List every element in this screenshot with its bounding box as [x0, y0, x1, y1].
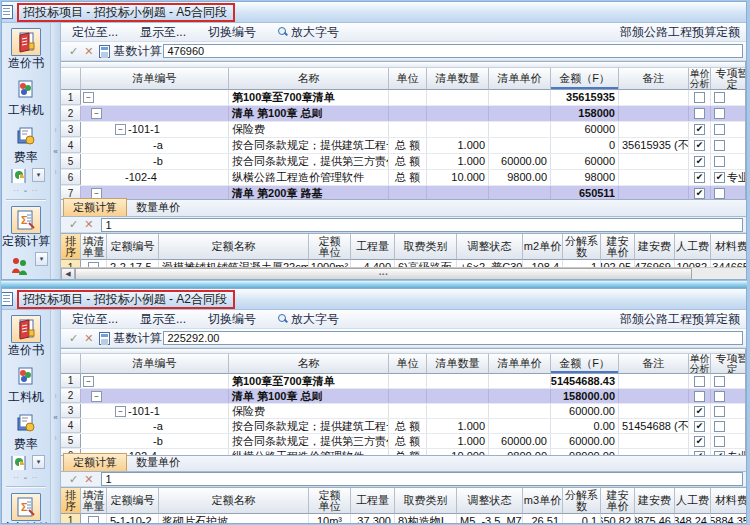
quota-column-header-1[interactable]: 填清 单量: [81, 234, 107, 260]
quota-column-header-4[interactable]: 定额 单位: [309, 234, 351, 260]
table-row[interactable]: 2−清单 第100章 总则158000.00: [61, 389, 745, 404]
sidebar-item-造价书[interactable]: 造价书: [8, 28, 44, 70]
price-analysis-checkbox[interactable]: ✔: [694, 421, 705, 432]
sidebar-item-工料机[interactable]: 工料机: [8, 362, 44, 404]
locate-button[interactable]: 定位至...: [61, 311, 129, 328]
cancel-icon[interactable]: ✕: [82, 473, 99, 486]
sidebar-item-工料机[interactable]: 工料机: [8, 75, 44, 117]
table-row[interactable]: 1−第100章至700章清单35615935: [61, 90, 745, 106]
quota-column-header-11[interactable]: 建安费: [635, 234, 675, 260]
price-analysis-checkbox[interactable]: [694, 376, 705, 387]
special-checkbox[interactable]: [714, 421, 725, 432]
quota-column-header-0[interactable]: 排 序: [61, 488, 81, 514]
horizontal-scrollbar[interactable]: ◀ ▪▪▪: [61, 267, 746, 280]
quota-column-header-10[interactable]: 建安 单价: [601, 234, 635, 260]
base-calc-input[interactable]: 225292.00: [163, 331, 743, 345]
column-header-unit[interactable]: 单位: [389, 354, 427, 374]
tree-collapse-icon[interactable]: −: [91, 108, 102, 119]
confirm-icon[interactable]: ✓: [61, 473, 82, 486]
quota-column-header-2[interactable]: 定额编号: [107, 488, 159, 514]
collapse-left-icon[interactable]: «: [53, 147, 57, 156]
sidebar-item-费率[interactable]: 费率: [11, 409, 41, 451]
sidebar-item-share[interactable]: ▾: [7, 455, 45, 471]
show-to-button[interactable]: 显示至...: [129, 24, 197, 41]
zoom-font-button[interactable]: 放大字号: [267, 24, 350, 41]
quota-column-header-4[interactable]: 定额 单位: [309, 488, 351, 514]
column-header-special[interactable]: 专项暂定: [711, 354, 746, 374]
sidebar-item-造价书[interactable]: 造价书: [8, 315, 44, 357]
column-header-note[interactable]: 备注: [619, 354, 689, 374]
window-splitter[interactable]: [1, 280, 747, 288]
quota-column-header-6[interactable]: 取费类别: [395, 488, 457, 514]
quota-column-header-7[interactable]: 调整状态: [457, 488, 523, 514]
table-row[interactable]: 1−第100章至700章清单51454688.43: [61, 374, 745, 389]
sidebar-item-quota-calc[interactable]: Σ定额计算: [2, 493, 50, 524]
quota-column-header-6[interactable]: 取费类别: [395, 234, 457, 260]
special-checkbox[interactable]: [714, 108, 725, 119]
tree-collapse-icon[interactable]: −: [83, 376, 94, 387]
price-analysis-checkbox[interactable]: [694, 391, 705, 402]
base-calc-input[interactable]: 476960: [163, 44, 743, 58]
special-checkbox[interactable]: [714, 124, 725, 135]
quota-column-header-9[interactable]: 分解系数: [563, 234, 601, 260]
price-analysis-checkbox[interactable]: ✔: [694, 172, 705, 183]
special-checkbox[interactable]: [714, 156, 725, 167]
special-checkbox[interactable]: [714, 406, 725, 417]
column-header-qty[interactable]: 清单数量: [427, 68, 489, 90]
row-number-header[interactable]: [61, 68, 81, 90]
quota-column-header-11[interactable]: 建安费: [635, 488, 675, 514]
cancel-icon[interactable]: ✕: [82, 45, 99, 58]
tree-collapse-icon[interactable]: −: [91, 391, 102, 402]
price-analysis-checkbox[interactable]: ✔: [694, 188, 705, 199]
quota-column-header-12[interactable]: 人工费: [675, 234, 711, 260]
cancel-icon[interactable]: ✕: [82, 332, 99, 345]
collapse-splitter[interactable]: ⁞ « ⁞: [51, 310, 61, 524]
column-header-name[interactable]: 名称: [229, 68, 389, 90]
column-header-price[interactable]: 清单单价: [489, 68, 551, 90]
locate-button[interactable]: 定位至...: [61, 24, 129, 41]
tab-qty-price[interactable]: 数量单价: [127, 199, 189, 216]
scroll-track[interactable]: ▪▪▪: [75, 268, 746, 280]
quota-row[interactable]: 15-1-10-2浆砌片石护坡10m³37.3008)构造物ⅠM5, -3.5,…: [61, 514, 746, 524]
column-header-analysis[interactable]: 单价 分析: [689, 354, 711, 374]
confirm-icon[interactable]: ✓: [61, 218, 82, 231]
zoom-font-button[interactable]: 放大字号: [267, 311, 350, 328]
titlebar-a5[interactable]: 招投标项目 - 招投标小例题 - A5合同段: [2, 2, 746, 23]
column-header-price[interactable]: 清单单价: [489, 354, 551, 374]
quota-column-header-8[interactable]: m3单价: [523, 488, 563, 514]
tree-collapse-icon[interactable]: −: [115, 124, 126, 135]
price-analysis-checkbox[interactable]: ✔: [694, 124, 705, 135]
row-number-header[interactable]: [61, 354, 81, 374]
quota-column-header-5[interactable]: 工程量: [351, 488, 395, 514]
table-row[interactable]: 4-a按合同条款规定；提供建筑工程一切总 额1.0000.0051454688 …: [61, 419, 745, 434]
special-checkbox[interactable]: [714, 391, 725, 402]
sidebar-item-quota-calc[interactable]: Σ定额计算: [2, 206, 50, 248]
titlebar-a2[interactable]: 招投标项目 - 招投标小例题 - A2合同段: [2, 289, 746, 310]
collapse-left-icon[interactable]: «: [53, 413, 57, 422]
special-checkbox[interactable]: [714, 140, 725, 151]
dropdown-icon[interactable]: ▾: [32, 455, 45, 469]
fill-qty-checkbox[interactable]: [88, 516, 99, 525]
scroll-more-icon[interactable]: ∙∙ ⌄ ∙∙: [14, 186, 39, 193]
column-header-code[interactable]: 清单编号: [81, 354, 229, 374]
quota-column-header-12[interactable]: 人工费: [675, 488, 711, 514]
tree-collapse-icon[interactable]: −: [83, 92, 94, 103]
table-row[interactable]: 7−清单 第200章 路基650511✔: [61, 186, 745, 200]
tab-quota-calc[interactable]: 定额计算: [63, 198, 127, 216]
special-checkbox[interactable]: [714, 92, 725, 103]
table-row[interactable]: 3−-101-1保险费60000.00✔: [61, 404, 745, 419]
quota-column-header-1[interactable]: 填清 单量: [81, 488, 107, 514]
detail-edit-input[interactable]: 1: [101, 218, 743, 232]
quota-column-header-3[interactable]: 定额名称: [159, 234, 309, 260]
quota-column-header-13[interactable]: 材料费: [711, 488, 746, 514]
special-checkbox[interactable]: [714, 436, 725, 447]
quota-column-header-5[interactable]: 工程量: [351, 234, 395, 260]
special-checkbox[interactable]: [714, 188, 725, 199]
sidebar-item-people[interactable]: ▾: [4, 252, 48, 280]
table-row[interactable]: 5-b按合同条款规定，提供第三方责任险总 额1.00060000.0060000…: [61, 434, 745, 449]
table-row[interactable]: 6-102-4纵横公路工程造价管理软件总 额10.0009800.0098000…: [61, 170, 745, 186]
scroll-left-icon[interactable]: ◀: [61, 268, 75, 280]
quota-column-header-13[interactable]: 材料费: [711, 234, 746, 260]
sidebar-item-费率[interactable]: 费率: [11, 122, 41, 164]
collapse-splitter[interactable]: ⁞ « ⁞: [51, 23, 61, 280]
